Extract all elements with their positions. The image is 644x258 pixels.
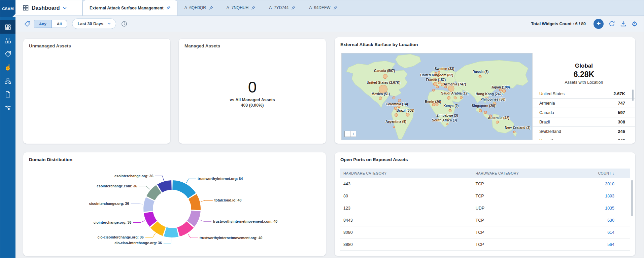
donut-segment-label: cio-cisointerchange.org: 36 bbox=[98, 235, 144, 239]
count-link[interactable]: 564 bbox=[607, 242, 614, 247]
map-bubble[interactable] bbox=[460, 96, 463, 99]
dashboard-grid-icon bbox=[23, 5, 29, 11]
donut-callout-line bbox=[131, 204, 143, 204]
map-bubble[interactable] bbox=[393, 96, 396, 99]
map-bubble[interactable] bbox=[513, 131, 516, 133]
country-name: Hong Kong bbox=[539, 139, 561, 140]
map-bubble[interactable] bbox=[393, 125, 395, 128]
donut-segment-label: csointerchange.com: 36 bbox=[97, 184, 137, 188]
domain-distribution-widget: Domain Distribution trustworthyinternet.… bbox=[23, 152, 326, 256]
tag-filter-icon[interactable] bbox=[24, 21, 31, 27]
map-bubble[interactable] bbox=[435, 103, 438, 106]
location-list-row: Canada597 bbox=[533, 108, 635, 117]
count-link[interactable]: 1035 bbox=[605, 206, 614, 211]
column-header-hardware-category-2[interactable]: HARDWARE CATEGORY bbox=[472, 171, 593, 175]
count-cell: 1035 bbox=[593, 206, 630, 211]
map-bubble[interactable] bbox=[479, 75, 482, 78]
map-bubble[interactable] bbox=[432, 89, 435, 91]
map-bubble[interactable] bbox=[502, 89, 506, 93]
add-widget-button[interactable]: + bbox=[594, 19, 604, 29]
sidebar: CSAM ☝ bbox=[0, 0, 15, 258]
map-country-label: United States (2.67K) bbox=[367, 80, 400, 84]
sort-descending-icon: ↓ bbox=[612, 171, 614, 175]
summary-caption: Assets with Location bbox=[533, 80, 635, 85]
map-bubble[interactable] bbox=[398, 99, 401, 102]
settings-gear-icon[interactable]: ⚙ bbox=[632, 21, 638, 27]
dashboard-tab-3[interactable]: A_7NQHUH bbox=[220, 0, 262, 15]
location-list-row: United States2.67K bbox=[533, 89, 635, 98]
country-count: 2.67K bbox=[613, 91, 625, 96]
dashboard-tab-2[interactable]: A_6QH0QR bbox=[178, 0, 220, 15]
map-bubble[interactable] bbox=[449, 109, 452, 112]
map-country-label: Singapore (20) bbox=[472, 104, 495, 107]
donut-segment-cisointerchange.org[interactable] bbox=[143, 197, 155, 212]
count-cell: 3010 bbox=[593, 182, 630, 186]
count-header-label: COUNT bbox=[598, 171, 611, 175]
count-link[interactable]: 614 bbox=[607, 230, 614, 235]
csam-logo[interactable]: CSAM bbox=[0, 0, 15, 17]
dashboard-menu[interactable]: Dashboard bbox=[15, 0, 82, 15]
map-bubble[interactable] bbox=[436, 85, 439, 88]
column-header-hardware-category-1[interactable]: HARDWARE CATEGORY bbox=[340, 171, 472, 175]
refresh-button[interactable] bbox=[609, 21, 615, 27]
map-zoom-in-button[interactable]: + bbox=[350, 131, 356, 137]
donut-segment-trustworthyinternet.org[interactable] bbox=[172, 180, 196, 198]
donut-segment-cio-ciso-interchange.org[interactable] bbox=[164, 227, 179, 237]
info-icon[interactable] bbox=[121, 21, 127, 27]
download-button[interactable] bbox=[620, 21, 626, 27]
map-bubble[interactable] bbox=[448, 85, 454, 91]
metric-compare-value: 9.2K (74.51%) bbox=[23, 103, 170, 108]
map-bubble[interactable] bbox=[484, 111, 487, 114]
map-bubble[interactable] bbox=[432, 103, 435, 106]
map-bubble[interactable] bbox=[446, 123, 448, 125]
unmanaged-assets-widget[interactable]: Unmanaged Assets 6.86K vs All Unmanaged … bbox=[23, 39, 170, 144]
dashboard-tab-1[interactable]: External Attack Surface Management bbox=[82, 0, 178, 15]
map-bubble[interactable] bbox=[496, 120, 499, 123]
map-bubble[interactable] bbox=[383, 74, 387, 79]
time-range-select[interactable]: Last 30 Days bbox=[72, 19, 116, 29]
map-zoom-out-button[interactable]: − bbox=[344, 131, 350, 137]
count-link[interactable]: 1893 bbox=[605, 194, 614, 198]
sidebar-nav: ☝ bbox=[0, 20, 15, 114]
sidebar-item-dashboard[interactable] bbox=[0, 20, 15, 34]
count-link[interactable]: 3010 bbox=[605, 182, 614, 186]
dashboard-tab-5[interactable]: A_94DEFW bbox=[302, 0, 344, 15]
map-bubble[interactable] bbox=[447, 96, 450, 100]
count-link[interactable]: 630 bbox=[607, 218, 614, 223]
port-cell: 80 bbox=[340, 194, 472, 198]
open-ports-table: HARDWARE CATEGORY HARDWARE CATEGORY COUN… bbox=[340, 169, 630, 251]
donut-callout-line bbox=[145, 233, 156, 237]
donut-segment-label: cio-ciso-interchange.org: 36 bbox=[114, 241, 162, 245]
table-scrollbar[interactable] bbox=[631, 180, 633, 216]
table-header-row: HARDWARE CATEGORY HARDWARE CATEGORY COUN… bbox=[340, 169, 630, 178]
sidebar-item-assets[interactable] bbox=[0, 34, 15, 47]
document-icon bbox=[4, 91, 11, 98]
sidebar-item-tags[interactable] bbox=[0, 47, 15, 61]
hierarchy-icon bbox=[4, 77, 11, 84]
table-body: 443TCP301080TCP1893123UDP10358443TCP6308… bbox=[340, 178, 630, 251]
sidebar-item-reports[interactable] bbox=[0, 87, 15, 101]
donut-callout-line bbox=[139, 186, 150, 189]
location-list-scrollbar[interactable] bbox=[632, 89, 634, 101]
match-any-option[interactable]: Any bbox=[34, 20, 52, 28]
map-bubble[interactable] bbox=[479, 109, 482, 112]
column-header-count[interactable]: COUNT ↓ bbox=[593, 171, 630, 175]
map-bubble[interactable] bbox=[395, 113, 398, 117]
widget-title: Unmanaged Assets bbox=[29, 43, 71, 48]
csam-logo-text: CSAM bbox=[2, 7, 14, 11]
sidebar-item-configuration[interactable] bbox=[0, 101, 15, 114]
map-bubble[interactable] bbox=[379, 97, 382, 100]
managed-assets-widget[interactable]: Managed Assets 0 vs All Managed Assets 4… bbox=[179, 39, 326, 144]
map-bubble[interactable] bbox=[453, 96, 456, 99]
match-all-option[interactable]: All bbox=[52, 20, 67, 28]
pin-icon bbox=[291, 6, 296, 10]
managed-assets-value: 0 bbox=[179, 78, 326, 96]
sidebar-item-network[interactable] bbox=[0, 74, 15, 87]
country-count: 747 bbox=[618, 101, 625, 106]
sidebar-item-responses[interactable]: ☝ bbox=[0, 61, 15, 74]
donut-callout-line bbox=[200, 220, 211, 221]
dashboard-tab-4[interactable]: A_7YD744 bbox=[262, 0, 302, 15]
map-bubble[interactable] bbox=[406, 113, 410, 116]
world-map[interactable]: − + Canada (597)United States (2.67K)Mex… bbox=[341, 53, 532, 140]
tab-bar: Dashboard External Attack Surface Manage… bbox=[15, 0, 644, 16]
